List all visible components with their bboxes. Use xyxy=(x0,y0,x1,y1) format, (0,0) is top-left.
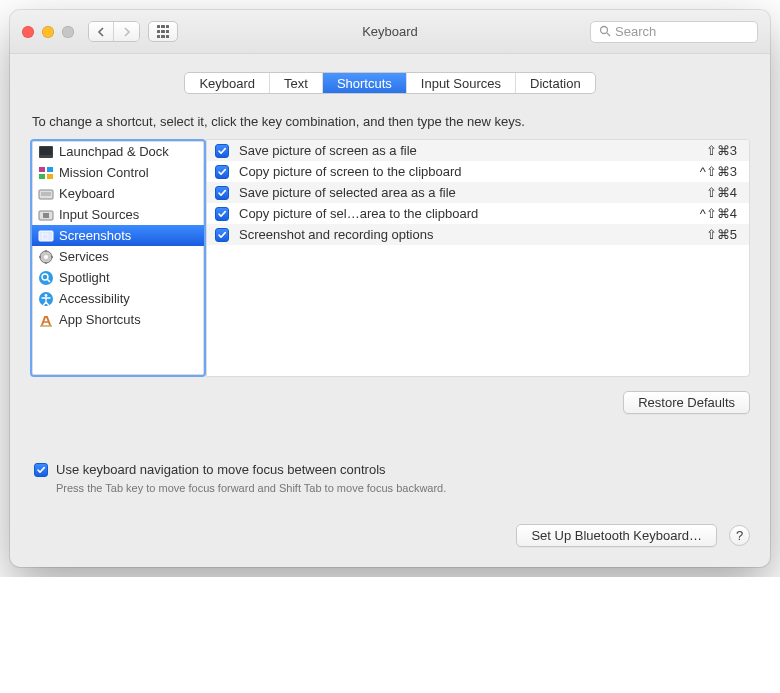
search-icon xyxy=(599,25,611,39)
shortcut-keys[interactable]: ⇧⌘3 xyxy=(706,143,737,158)
shortcut-row[interactable]: Copy picture of screen to the clipboard^… xyxy=(207,161,749,182)
keyboard-navigation-label: Use keyboard navigation to move focus be… xyxy=(56,462,386,477)
shortcut-checkbox[interactable] xyxy=(215,144,229,158)
shortcut-label: Copy picture of screen to the clipboard xyxy=(239,164,690,179)
tabs: KeyboardTextShortcutsInput SourcesDictat… xyxy=(30,72,750,94)
instruction-text: To change a shortcut, select it, click t… xyxy=(30,114,750,129)
tab-shortcuts[interactable]: Shortcuts xyxy=(323,73,407,93)
category-item-accessibility[interactable]: Accessibility xyxy=(32,288,204,309)
shortcut-label: Save picture of selected area as a file xyxy=(239,185,696,200)
category-label: Services xyxy=(59,250,109,263)
category-label: Launchpad & Dock xyxy=(59,145,169,158)
nav-buttons xyxy=(88,21,140,42)
shortcut-checkbox[interactable] xyxy=(215,228,229,242)
category-label: Keyboard xyxy=(59,187,115,200)
category-item-services[interactable]: Services xyxy=(32,246,204,267)
category-item-launchpad-dock[interactable]: Launchpad & Dock xyxy=(32,141,204,162)
minimize-window-button[interactable] xyxy=(42,26,54,38)
tab-keyboard[interactable]: Keyboard xyxy=(185,73,270,93)
svg-point-21 xyxy=(39,271,53,285)
keyboard-navigation-section: Use keyboard navigation to move focus be… xyxy=(30,462,750,494)
category-item-app-shortcuts[interactable]: App Shortcuts xyxy=(32,309,204,330)
shortcut-checkbox[interactable] xyxy=(215,207,229,221)
forward-button[interactable] xyxy=(114,22,139,41)
shortcut-checkbox[interactable] xyxy=(215,165,229,179)
svg-rect-12 xyxy=(43,213,49,218)
shortcut-label: Save picture of screen as a file xyxy=(239,143,696,158)
screenshots-icon xyxy=(38,228,54,244)
tab-text[interactable]: Text xyxy=(270,73,323,93)
search-placeholder: Search xyxy=(615,24,656,39)
category-label: Accessibility xyxy=(59,292,130,305)
close-window-button[interactable] xyxy=(22,26,34,38)
shortcut-keys[interactable]: ⇧⌘5 xyxy=(706,227,737,242)
input-icon xyxy=(38,207,54,223)
svg-point-16 xyxy=(44,255,48,259)
svg-rect-5 xyxy=(47,167,53,172)
chevron-left-icon xyxy=(97,27,105,37)
keyboard-navigation-hint: Press the Tab key to move focus forward … xyxy=(56,482,746,494)
shortcut-checkbox[interactable] xyxy=(215,186,229,200)
shortcut-row[interactable]: Save picture of screen as a file⇧⌘3 xyxy=(207,140,749,161)
shortcut-keys[interactable]: ^⇧⌘3 xyxy=(700,164,737,179)
chevron-right-icon xyxy=(123,27,131,37)
shortcut-keys[interactable]: ⇧⌘4 xyxy=(706,185,737,200)
svg-point-0 xyxy=(601,26,608,33)
shortcut-row[interactable]: Copy picture of sel…area to the clipboar… xyxy=(207,203,749,224)
keyboard-icon xyxy=(38,186,54,202)
mission-icon xyxy=(38,165,54,181)
shortcut-list[interactable]: Save picture of screen as a file⇧⌘3Copy … xyxy=(206,139,750,377)
restore-defaults-button[interactable]: Restore Defaults xyxy=(623,391,750,414)
launchpad-icon xyxy=(38,144,54,160)
category-item-screenshots[interactable]: Screenshots xyxy=(32,225,204,246)
category-label: Screenshots xyxy=(59,229,131,242)
tab-dictation[interactable]: Dictation xyxy=(516,73,595,93)
content-area: KeyboardTextShortcutsInput SourcesDictat… xyxy=(10,54,770,567)
services-icon xyxy=(38,249,54,265)
svg-rect-7 xyxy=(47,174,53,179)
shortcut-row[interactable]: Screenshot and recording options⇧⌘5 xyxy=(207,224,749,245)
category-label: Spotlight xyxy=(59,271,110,284)
category-label: Input Sources xyxy=(59,208,139,221)
spotlight-icon xyxy=(38,270,54,286)
accessibility-icon xyxy=(38,291,54,307)
show-all-button[interactable] xyxy=(148,21,178,42)
help-button[interactable]: ? xyxy=(729,525,750,546)
svg-point-25 xyxy=(45,294,48,297)
zoom-window-button[interactable] xyxy=(62,26,74,38)
category-label: App Shortcuts xyxy=(59,313,141,326)
shortcut-label: Copy picture of sel…area to the clipboar… xyxy=(239,206,690,221)
back-button[interactable] xyxy=(89,22,114,41)
category-item-keyboard[interactable]: Keyboard xyxy=(32,183,204,204)
category-label: Mission Control xyxy=(59,166,149,179)
svg-rect-6 xyxy=(39,174,45,179)
shortcut-keys[interactable]: ^⇧⌘4 xyxy=(700,206,737,221)
grid-icon xyxy=(157,25,170,38)
category-item-mission-control[interactable]: Mission Control xyxy=(32,162,204,183)
shortcut-row[interactable]: Save picture of selected area as a file⇧… xyxy=(207,182,749,203)
setup-bluetooth-button[interactable]: Set Up Bluetooth Keyboard… xyxy=(516,524,717,547)
svg-rect-4 xyxy=(39,167,45,172)
appshortcuts-icon xyxy=(38,312,54,328)
shortcut-label: Screenshot and recording options xyxy=(239,227,696,242)
svg-rect-3 xyxy=(40,147,52,155)
category-item-input-sources[interactable]: Input Sources xyxy=(32,204,204,225)
svg-rect-8 xyxy=(39,190,53,199)
search-input[interactable]: Search xyxy=(590,21,758,43)
traffic-lights xyxy=(22,26,74,38)
category-list[interactable]: Launchpad & DockMission ControlKeyboardI… xyxy=(30,139,206,377)
category-item-spotlight[interactable]: Spotlight xyxy=(32,267,204,288)
preferences-window: Keyboard Search KeyboardTextShortcutsInp… xyxy=(10,10,770,567)
keyboard-navigation-checkbox[interactable] xyxy=(34,463,48,477)
panes: Launchpad & DockMission ControlKeyboardI… xyxy=(30,139,750,377)
toolbar: Keyboard Search xyxy=(10,10,770,54)
svg-line-1 xyxy=(607,33,610,36)
tab-input-sources[interactable]: Input Sources xyxy=(407,73,516,93)
